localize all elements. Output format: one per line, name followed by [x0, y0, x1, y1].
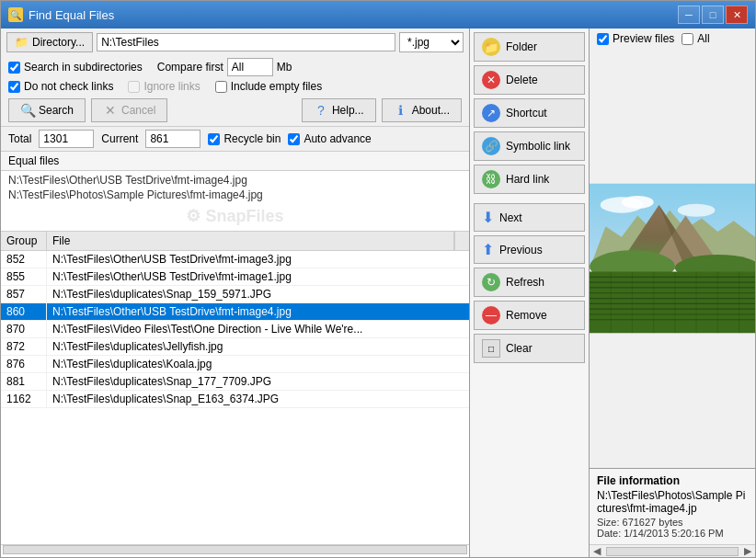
remove-action-icon: — [482, 306, 500, 325]
include-empty-files-label[interactable]: Include empty files [215, 80, 322, 93]
folder-action-icon: 📁 [482, 38, 500, 56]
include-empty-files-checkbox[interactable] [215, 81, 227, 93]
symlink-action-icon: 🔗 [482, 137, 500, 155]
preview-svg [590, 49, 755, 468]
preview-toolbar: Preview files All [590, 28, 755, 49]
search-button[interactable]: 🔍 Search [8, 98, 86, 122]
options-row1: Search in subdirectories Compare first M… [1, 56, 469, 78]
table-row[interactable]: 876 N:\TestFiles\duplicates\Koala.jpg [1, 356, 469, 373]
refresh-button[interactable]: ↻ Refresh [474, 268, 585, 297]
compare-unit: Mb [277, 61, 292, 74]
file-info-date: Date: 1/14/2013 5:20:16 PM [597, 528, 748, 539]
shortcut-button-label: Shortcut [506, 107, 547, 120]
table-row[interactable]: 855 N:\TestFiles\Other\USB TestDrive\fmt… [1, 268, 469, 286]
table-row[interactable]: 1162 N:\TestFiles\duplicates\Snap_E163_6… [1, 391, 469, 408]
preview-files-checkbox[interactable] [597, 33, 609, 45]
all-checkbox[interactable] [682, 33, 693, 45]
table-row[interactable]: 870 N:\TestFiles\Video Files\Test\One Di… [1, 321, 469, 338]
folder-button[interactable]: 📁 Folder [474, 32, 585, 62]
shortcut-button[interactable]: ↗ Shortcut [474, 98, 585, 128]
group-cell: 870 [1, 321, 47, 337]
left-panel: 📁 Directory... *.jpg Search in subdirect… [1, 28, 470, 557]
symbolic-link-button[interactable]: 🔗 Symbolic link [474, 131, 585, 161]
delete-button-label: Delete [506, 74, 538, 86]
close-button[interactable]: ✕ [726, 6, 748, 24]
path-input[interactable] [97, 33, 395, 51]
file-cell: N:\TestFiles\duplicates\Snap_159_5971.JP… [47, 286, 469, 302]
minimize-button[interactable]: ─ [678, 6, 700, 24]
hard-link-button[interactable]: ⛓ Hard link [474, 165, 585, 194]
next-button[interactable]: ⬇ Next [474, 203, 585, 232]
equal-files-header: Equal files [1, 152, 469, 171]
ignore-links-checkbox[interactable] [128, 81, 140, 93]
preview-files-label[interactable]: Preview files [597, 32, 674, 45]
group-cell: 881 [1, 373, 47, 390]
preview-bottom-scroll[interactable]: ◀ ▶ [590, 544, 755, 557]
right-action-panel: 📁 Folder ✕ Delete ↗ Shortcut 🔗 Symbolic … [470, 28, 590, 557]
compare-first-label: Compare first [157, 61, 223, 74]
file-cell: N:\TestFiles\duplicates\Jellyfish.jpg [47, 338, 469, 355]
svg-rect-10 [590, 272, 755, 334]
previous-button-label: Previous [499, 244, 543, 256]
help-button[interactable]: ? Help... [302, 98, 376, 122]
table-row-selected[interactable]: 860 N:\TestFiles\Other\USB TestDrive\fmt… [1, 303, 469, 321]
equal-file-item[interactable]: N:\TestFiles\Other\USB TestDrive\fmt-ima… [8, 173, 462, 188]
app-icon: 🔍 [8, 7, 23, 22]
clear-button[interactable]: □ Clear [474, 334, 585, 363]
next-icon: ⬇ [482, 209, 494, 226]
file-info-name: N:\TestFiles\Photos\Sample Pictures\fmt-… [597, 489, 748, 515]
about-button[interactable]: ℹ About... [382, 98, 462, 122]
scroll-right-arrow[interactable]: ▶ [740, 545, 755, 557]
directory-button-label: Directory... [32, 36, 85, 49]
search-subdirs-checkbox[interactable] [8, 62, 20, 74]
folder-icon: 📁 [15, 36, 29, 49]
title-bar-left: 🔍 Find Equal Files [8, 7, 114, 22]
all-label[interactable]: All [682, 32, 709, 45]
file-info-size: Size: 671627 bytes [597, 517, 748, 528]
file-cell: N:\TestFiles\Other\USB TestDrive\fmt-ima… [47, 303, 469, 320]
table-row[interactable]: 881 N:\TestFiles\duplicates\Snap_177_770… [1, 373, 469, 391]
scroll-left-arrow[interactable]: ◀ [590, 545, 604, 557]
cancel-button[interactable]: ✕ Cancel [91, 98, 167, 122]
maximize-button[interactable]: □ [702, 6, 724, 24]
file-info-title: File information [597, 474, 748, 487]
cancel-icon: ✕ [103, 103, 118, 118]
table-row[interactable]: 857 N:\TestFiles\duplicates\Snap_159_597… [1, 286, 469, 303]
delete-button[interactable]: ✕ Delete [474, 65, 585, 95]
folder-button-label: Folder [506, 40, 537, 53]
table-row[interactable]: 852 N:\TestFiles\Other\USB TestDrive\fmt… [1, 251, 469, 268]
file-cell: N:\TestFiles\Other\USB TestDrive\fmt-ima… [47, 251, 469, 268]
file-cell: N:\TestFiles\duplicates\Snap_177_7709.JP… [47, 373, 469, 390]
horizontal-scrollbar[interactable] [1, 544, 469, 557]
symbolic-link-button-label: Symbolic link [506, 140, 570, 153]
do-not-check-links-checkbox[interactable] [8, 81, 20, 93]
hardlink-action-icon: ⛓ [482, 170, 500, 188]
group-cell: 860 [1, 303, 47, 320]
delete-action-icon: ✕ [482, 71, 500, 89]
svg-point-2 [622, 196, 654, 209]
search-icon: 🔍 [20, 103, 35, 118]
next-button-label: Next [499, 211, 522, 224]
recycle-bin-checkbox[interactable] [208, 133, 220, 145]
table-row[interactable]: 872 N:\TestFiles\duplicates\Jellyfish.jp… [1, 338, 469, 356]
directory-button[interactable]: 📁 Directory... [6, 32, 93, 52]
file-list-body[interactable]: 852 N:\TestFiles\Other\USB TestDrive\fmt… [1, 251, 469, 544]
col-header-group: Group [1, 232, 47, 250]
search-subdirs-label[interactable]: Search in subdirectories [8, 61, 143, 74]
group-cell: 852 [1, 251, 47, 268]
ignore-links-label[interactable]: Ignore links [128, 80, 200, 93]
recycle-bin-label[interactable]: Recycle bin [208, 132, 281, 145]
refresh-action-icon: ↻ [482, 273, 500, 291]
equal-file-item[interactable]: N:\TestFiles\Photos\Sample Pictures\fmt-… [8, 188, 462, 202]
auto-advance-label[interactable]: Auto advance [288, 132, 371, 145]
do-not-check-links-label[interactable]: Do not check links [8, 80, 113, 93]
previous-button[interactable]: ⬆ Previous [474, 235, 585, 264]
compare-first-input[interactable] [227, 58, 273, 76]
extension-select[interactable]: *.jpg [399, 32, 464, 52]
group-cell: 876 [1, 356, 47, 372]
svg-point-3 [678, 204, 716, 217]
auto-advance-checkbox[interactable] [288, 133, 300, 145]
remove-button[interactable]: — Remove [474, 301, 585, 330]
title-bar: 🔍 Find Equal Files ─ □ ✕ [1, 1, 755, 28]
current-label: Current [101, 132, 138, 145]
